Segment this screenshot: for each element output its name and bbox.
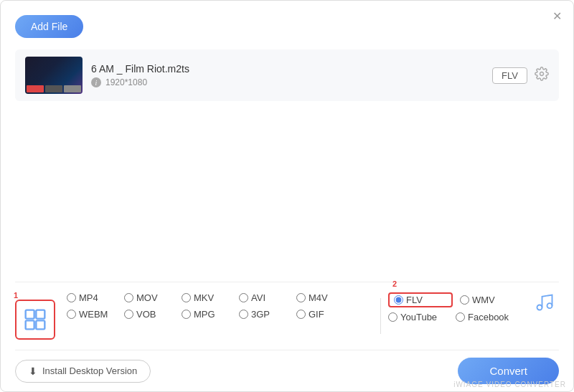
radio-flv[interactable]: FLV: [388, 292, 453, 307]
radio-avi[interactable]: AVI: [239, 292, 296, 303]
thumbnail-strip: [25, 84, 83, 94]
radio-mkv[interactable]: MKV: [182, 292, 239, 303]
thumb-frame-1: [27, 85, 44, 92]
svg-rect-2: [36, 310, 44, 319]
radio-m4v-label: M4V: [309, 292, 328, 303]
thumbnail-image: [25, 57, 83, 94]
add-file-button[interactable]: Add File: [15, 15, 83, 38]
video-grid-icon: [24, 308, 47, 331]
format-options-row-2: WEBM VOB MPG: [67, 309, 373, 320]
step-2-label: 2: [392, 279, 397, 288]
radio-youtube-label: YouTube: [400, 312, 437, 322]
radio-mp4[interactable]: MP4: [67, 292, 124, 303]
content-area: Add File 6 AM _ Film Riot.m2ts i 1920*10…: [1, 1, 573, 391]
music-icon[interactable]: [530, 292, 559, 312]
spacer: [15, 113, 559, 282]
radio-facebook[interactable]: Facebook: [456, 312, 520, 322]
radio-avi-label: AVI: [251, 292, 265, 303]
file-meta: i 1920*1080: [91, 77, 484, 87]
radio-mov[interactable]: MOV: [124, 292, 182, 303]
format-options-row-1: MP4 MOV MKV: [67, 292, 373, 303]
install-label: Install Desktop Version: [42, 365, 137, 376]
format-badge[interactable]: FLV: [492, 67, 527, 84]
output-row-2: YouTube Facebook: [388, 312, 524, 322]
output-radio-group: FLV WMV YouTube: [388, 292, 524, 322]
format-options: MP4 MOV MKV: [67, 292, 373, 320]
install-button[interactable]: ⬇ Install Desktop Version: [15, 360, 151, 383]
thumb-frame-2: [45, 85, 62, 92]
svg-rect-1: [26, 310, 34, 319]
radio-m4v[interactable]: M4V: [296, 292, 354, 303]
file-list-item: 6 AM _ Film Riot.m2ts i 1920*1080 FLV: [15, 49, 559, 101]
radio-vob-label: VOB: [136, 309, 156, 320]
radio-mpg[interactable]: MPG: [182, 309, 239, 320]
info-icon: i: [91, 77, 101, 87]
toolbar: Add File: [15, 15, 559, 38]
download-icon: ⬇: [29, 365, 37, 377]
radio-mkv-label: MKV: [194, 292, 214, 303]
step-1-label: 1: [14, 291, 18, 300]
file-thumbnail: [25, 57, 83, 94]
radio-mp4-label: MP4: [79, 292, 98, 303]
radio-gif[interactable]: GIF: [296, 309, 354, 320]
svg-point-0: [540, 72, 544, 75]
bottom-bar: ⬇ Install Desktop Version Convert: [15, 350, 559, 384]
svg-rect-4: [36, 320, 44, 329]
settings-icon[interactable]: [535, 67, 549, 85]
video-format-group-2: WEBM VOB MPG: [67, 309, 354, 320]
output-format-area: 2 FLV WMV: [388, 292, 524, 322]
watermark: iWIAGE VIDEO CONVERTER: [453, 381, 566, 388]
format-row: 1: [15, 292, 559, 340]
radio-3gp-label: 3GP: [251, 309, 270, 320]
file-resolution: 1920*1080: [105, 77, 147, 87]
file-actions: FLV: [492, 67, 549, 85]
title-bar: ✕: [540, 1, 573, 31]
radio-vob[interactable]: VOB: [124, 309, 182, 320]
radio-facebook-label: Facebook: [468, 312, 509, 322]
thumb-frame-3: [64, 85, 81, 92]
radio-mpg-label: MPG: [194, 309, 215, 320]
output-row-1: FLV WMV: [388, 292, 524, 307]
close-button[interactable]: ✕: [550, 9, 563, 22]
svg-rect-3: [26, 320, 34, 329]
radio-youtube[interactable]: YouTube: [388, 312, 453, 322]
main-window: ✕ Add File 6 AM _ Film Riot.m2ts: [0, 0, 574, 392]
radio-wmv[interactable]: WMV: [460, 292, 524, 307]
radio-flv-label: FLV: [406, 295, 423, 305]
format-icon-area: 1: [15, 292, 55, 340]
format-divider: [380, 298, 381, 334]
video-format-group: MP4 MOV MKV: [67, 292, 354, 303]
radio-webm[interactable]: WEBM: [67, 309, 124, 320]
radio-webm-label: WEBM: [79, 309, 108, 320]
radio-gif-label: GIF: [309, 309, 324, 320]
file-name: 6 AM _ Film Riot.m2ts: [91, 63, 484, 75]
svg-point-5: [537, 305, 542, 310]
file-info: 6 AM _ Film Riot.m2ts i 1920*1080: [91, 63, 484, 87]
radio-wmv-label: WMV: [472, 295, 495, 305]
radio-mov-label: MOV: [136, 292, 158, 303]
radio-3gp[interactable]: 3GP: [239, 309, 296, 320]
format-section: 1: [15, 282, 559, 347]
format-icon-box: [15, 300, 55, 340]
svg-point-6: [547, 303, 552, 308]
